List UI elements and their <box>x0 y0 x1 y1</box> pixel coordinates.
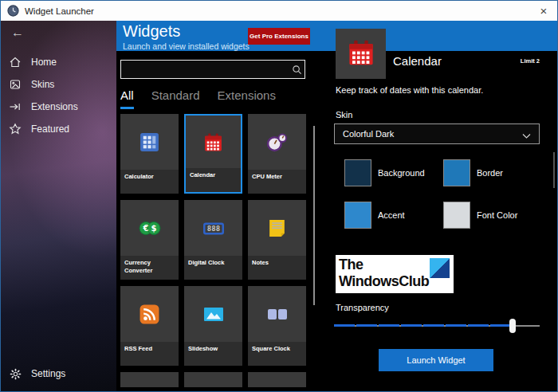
extensions-icon <box>9 100 22 113</box>
calendar-icon <box>346 37 376 71</box>
calendar-icon <box>186 116 241 168</box>
accent-color-swatch[interactable] <box>344 202 371 229</box>
square-clock-icon <box>248 286 306 342</box>
window-title: Widget Launcher <box>25 6 94 16</box>
widget-tile-digital-clock[interactable]: 888 Digital Clock <box>184 200 242 280</box>
tab-all[interactable]: All <box>120 88 134 109</box>
detail-widget-tile <box>336 29 386 79</box>
app-clock-icon <box>7 5 19 17</box>
swatch-label: Font Color <box>477 210 517 220</box>
widget-tile-currency-converter[interactable]: € $ Currency Converter <box>120 200 179 280</box>
windowsclub-logo: The WindowsClub <box>336 255 454 293</box>
sidebar: ← Home Skins <box>1 21 116 391</box>
currency-converter-icon: € $ <box>120 200 179 256</box>
widget-tile-partial[interactable] <box>184 372 242 387</box>
calculator-icon <box>120 114 179 170</box>
settings-gear-icon <box>9 367 22 380</box>
transparency-slider[interactable] <box>334 319 540 333</box>
slideshow-icon <box>184 286 242 342</box>
tab-standard[interactable]: Standard <box>151 88 200 109</box>
sidebar-item-label: Featured <box>31 123 69 135</box>
sidebar-settings-wrap: Settings <box>1 363 116 385</box>
chevron-down-icon <box>522 131 531 141</box>
sidebar-item-skins[interactable]: Skins <box>1 73 116 96</box>
featured-icon <box>9 123 22 135</box>
category-tabs: All Standard Extensions <box>120 88 276 109</box>
svg-text:$: $ <box>151 224 156 233</box>
cpu-meter-icon <box>248 114 306 170</box>
widget-tile-rss-feed[interactable]: RSS Feed <box>120 286 179 366</box>
slider-thumb[interactable] <box>509 319 516 333</box>
widget-tile-label: Digital Clock <box>184 256 242 280</box>
widget-tile-calendar[interactable]: Calendar <box>184 114 242 194</box>
sidebar-item-extensions[interactable]: Extensions <box>1 96 116 118</box>
font-color-swatch[interactable] <box>443 202 470 229</box>
title-bar: Widget Launcher × <box>1 1 557 21</box>
svg-text:888: 888 <box>206 225 219 233</box>
main-area: ← Home Skins <box>1 21 557 391</box>
detail-description: Keep track of dates with this calendar. <box>336 85 483 95</box>
search-icon[interactable] <box>289 61 305 77</box>
widget-tile-label: RSS Feed <box>120 342 179 366</box>
widget-tile-label: Calculator <box>120 170 179 194</box>
sidebar-item-label: Skins <box>31 79 54 90</box>
widget-tile-square-clock[interactable]: Square Clock <box>248 286 306 366</box>
swatch-background: Background <box>344 159 425 186</box>
tab-extensions[interactable]: Extensions <box>218 88 276 109</box>
widget-tile-label: CPU Meter <box>248 170 306 194</box>
get-pro-extensions-button[interactable]: Get Pro Extensions <box>248 28 310 45</box>
widget-tile-partial[interactable] <box>120 372 179 387</box>
widget-tile-label: Notes <box>248 256 306 280</box>
detail-panel-scrollbar[interactable] <box>553 152 555 188</box>
digital-clock-icon: 888 <box>184 200 242 256</box>
sidebar-item-label: Extensions <box>31 101 78 112</box>
sidebar-item-home[interactable]: Home <box>1 51 116 73</box>
detail-title: Calendar <box>393 54 442 68</box>
close-button[interactable]: × <box>530 1 557 20</box>
limit-badge: Limit 2 <box>521 57 540 65</box>
widget-tile-notes[interactable]: Notes <box>248 200 306 280</box>
skin-dropdown-value: Colorful Dark <box>343 129 394 139</box>
rss-icon <box>120 286 179 342</box>
widget-tile-label: Currency Converter <box>120 256 179 280</box>
search-box <box>120 60 305 79</box>
background-color-swatch[interactable] <box>344 159 371 186</box>
slider-fill <box>334 324 513 327</box>
sidebar-item-featured[interactable]: Featured <box>1 118 116 140</box>
swatch-label: Border <box>477 168 503 178</box>
swatch-border: Border <box>443 159 503 186</box>
home-icon <box>9 56 22 69</box>
sidebar-item-settings[interactable]: Settings <box>1 363 116 385</box>
widget-tile-label: Calendar <box>186 168 241 192</box>
sidebar-item-label: Settings <box>31 368 65 379</box>
transparency-label: Transparency <box>336 303 389 312</box>
skins-icon <box>9 78 22 91</box>
windowsclub-diamond-icon <box>430 258 450 278</box>
launch-widget-button[interactable]: Launch Widget <box>379 349 493 371</box>
swatch-label: Accent <box>378 210 405 220</box>
search-input[interactable] <box>121 65 289 74</box>
widget-tile-calculator[interactable]: Calculator <box>120 114 179 194</box>
swatch-label: Background <box>378 168 425 178</box>
sidebar-nav: Home Skins Extensions <box>1 51 116 140</box>
swatch-font-color: Font Color <box>443 202 517 229</box>
page-title: Widgets <box>123 22 180 41</box>
skin-label: Skin <box>336 110 352 120</box>
border-color-swatch[interactable] <box>443 159 470 186</box>
page-subtitle: Launch and view installed widgets <box>123 41 250 51</box>
sidebar-item-label: Home <box>31 57 57 68</box>
swatch-accent: Accent <box>344 202 405 229</box>
widget-tile-cpu-meter[interactable]: CPU Meter <box>248 114 306 194</box>
app-window: Widget Launcher × ← Home <box>0 0 558 392</box>
notes-icon <box>248 200 306 256</box>
widget-grid: Calculator Cal <box>120 114 306 387</box>
back-button[interactable]: ← <box>11 25 24 40</box>
widget-tile-slideshow[interactable]: Slideshow <box>184 286 242 366</box>
widget-tile-partial[interactable] <box>248 372 306 387</box>
widget-grid-scrollbar[interactable] <box>313 126 315 305</box>
skin-dropdown[interactable]: Colorful Dark <box>334 123 540 144</box>
widget-tile-label: Square Clock <box>248 342 306 366</box>
widget-tile-label: Slideshow <box>184 342 242 366</box>
svg-text:€: € <box>142 224 148 233</box>
